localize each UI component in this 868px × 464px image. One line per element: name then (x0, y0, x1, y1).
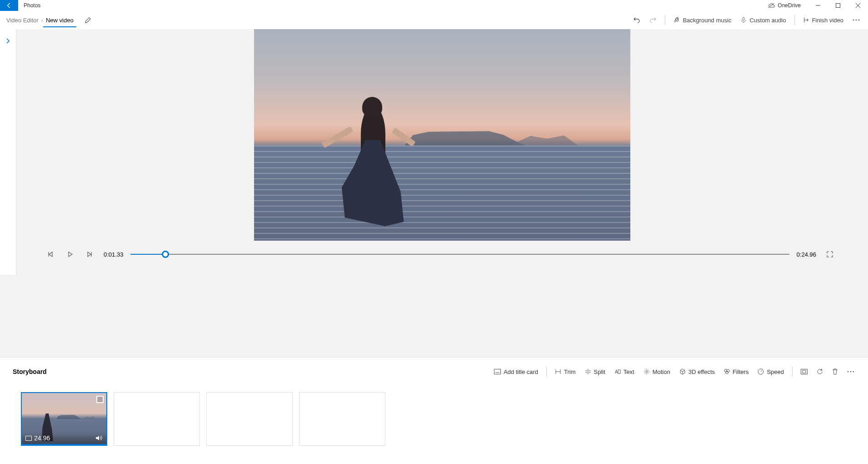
back-button[interactable] (0, 0, 18, 11)
motion-button[interactable]: Motion (639, 364, 675, 379)
split-icon (585, 369, 591, 374)
playback-controls: 0:01.33 0:24.96 (16, 241, 868, 261)
svg-text:A: A (615, 369, 618, 374)
filters-label: Filters (733, 368, 748, 375)
svg-point-22 (853, 371, 854, 373)
svg-rect-2 (836, 4, 840, 8)
rename-button[interactable] (85, 17, 91, 24)
storyboard-more-button[interactable] (843, 364, 859, 379)
close-button[interactable] (848, 0, 868, 11)
svg-line-0 (768, 3, 774, 8)
export-icon (803, 17, 809, 23)
maximize-button[interactable] (828, 0, 848, 11)
minimize-button[interactable] (808, 0, 828, 11)
svg-point-21 (850, 371, 852, 373)
total-time: 0:24.96 (797, 251, 816, 258)
breadcrumb-current[interactable]: New video (43, 17, 76, 27)
clip-placeholder-3[interactable] (299, 392, 385, 446)
3d-effects-button[interactable]: 3D effects (675, 364, 719, 379)
svg-point-7 (856, 20, 857, 21)
duration-icon (25, 436, 32, 441)
background-music-button[interactable]: Background music (669, 12, 736, 28)
breadcrumb-root[interactable]: Video Editor (4, 17, 41, 24)
onedrive-status[interactable]: OneDrive (768, 2, 801, 9)
clip-placeholder-1[interactable] (114, 392, 200, 446)
clip-1[interactable]: 24.96 (21, 392, 107, 446)
prev-frame-button[interactable] (44, 248, 56, 261)
redo-button[interactable] (645, 12, 661, 28)
filters-button[interactable]: Filters (719, 364, 753, 379)
titlebar: Photos OneDrive (0, 0, 868, 11)
trim-icon (555, 369, 561, 374)
app-title: Photos (24, 2, 40, 9)
storyboard-area: 24.96 (0, 384, 868, 464)
svg-point-8 (858, 20, 860, 21)
play-button[interactable] (64, 248, 76, 261)
main-toolbar: Video Editor › New video Background musi… (0, 11, 868, 29)
text-label: Text (624, 368, 634, 375)
custom-audio-button[interactable]: Custom audio (736, 12, 790, 28)
svg-rect-18 (801, 369, 808, 374)
speed-label: Speed (767, 368, 784, 375)
clip-duration: 24.96 (34, 434, 50, 442)
svg-rect-9 (494, 369, 501, 374)
clip-placeholder-2[interactable] (206, 392, 293, 446)
cloud-off-icon (768, 2, 775, 9)
add-title-card-button[interactable]: Add title card (489, 364, 543, 379)
more-button[interactable] (848, 12, 864, 28)
delete-button[interactable] (828, 364, 843, 379)
speed-icon (758, 368, 764, 375)
text-icon: A (614, 369, 621, 374)
trim-label: Trim (564, 368, 576, 375)
split-button[interactable]: Split (580, 364, 610, 379)
finish-video-label: Finish video (812, 17, 843, 24)
rotate-button[interactable] (812, 364, 828, 379)
finish-video-button[interactable]: Finish video (798, 12, 848, 28)
onedrive-label: OneDrive (778, 2, 801, 9)
svg-point-20 (848, 371, 849, 373)
seek-thumb[interactable] (162, 251, 169, 258)
add-title-card-label: Add title card (504, 368, 538, 375)
svg-rect-23 (26, 436, 32, 440)
undo-button[interactable] (629, 12, 645, 28)
svg-rect-19 (803, 370, 806, 373)
next-frame-button[interactable] (84, 248, 96, 261)
music-icon (673, 17, 680, 23)
motion-icon (644, 368, 650, 375)
trim-button[interactable]: Trim (550, 364, 580, 379)
mic-icon (740, 17, 747, 23)
filters-icon (724, 368, 730, 375)
title-card-icon (494, 369, 501, 374)
svg-rect-12 (618, 370, 620, 373)
svg-point-6 (853, 20, 854, 21)
fullscreen-button[interactable] (823, 248, 836, 261)
current-time: 0:01.33 (104, 251, 123, 258)
workspace: 0:01.33 0:24.96 (0, 29, 868, 357)
3d-effects-label: 3D effects (688, 368, 715, 375)
motion-label: Motion (653, 368, 670, 375)
storyboard-title: Storyboard (13, 368, 47, 375)
video-preview[interactable] (254, 29, 630, 241)
resize-button[interactable] (796, 364, 812, 379)
chevron-right-icon (5, 38, 11, 44)
volume-icon[interactable] (95, 435, 103, 441)
svg-point-13 (646, 371, 648, 373)
preview-area: 0:01.33 0:24.96 (16, 29, 868, 357)
seek-track[interactable] (130, 254, 789, 255)
clip-checkbox[interactable] (96, 396, 104, 403)
library-panel-collapsed[interactable] (0, 29, 16, 275)
storyboard-toolbar: Storyboard Add title card Trim Split A T… (0, 357, 868, 384)
custom-audio-label: Custom audio (749, 17, 786, 24)
background-music-label: Background music (683, 17, 731, 24)
svg-rect-5 (743, 17, 745, 20)
effects-icon (679, 368, 686, 375)
text-button[interactable]: A Text (610, 364, 639, 379)
speed-button[interactable]: Speed (753, 364, 788, 379)
split-label: Split (594, 368, 605, 375)
